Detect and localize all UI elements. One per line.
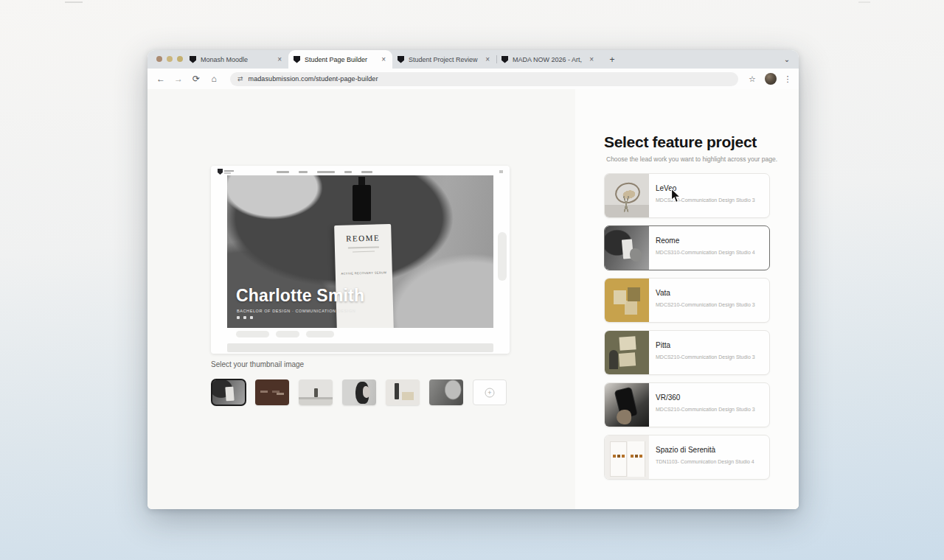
monash-favicon-icon — [294, 56, 300, 63]
project-name: Spazio di Serenità — [656, 446, 754, 454]
thumbnail-strip: + — [212, 379, 507, 405]
browser-toolbar: ← → ⟳ ⌂ ⇄ madasubmission.com/student-pag… — [148, 69, 799, 89]
bottle-cap-body — [353, 185, 371, 221]
thumbnail-option[interactable] — [386, 379, 420, 405]
product-microtext: ACTIVE RECOVERY SERUM — [336, 270, 392, 276]
profile-avatar[interactable] — [765, 73, 777, 85]
mouse-cursor — [670, 188, 681, 204]
project-name: Reome — [656, 237, 755, 245]
hero-image: REOME ACTIVE RECOVERY SERUM Charlotte Sm… — [227, 175, 493, 328]
panel-title: Select feature project — [604, 133, 757, 151]
student-degree-subtitle: BACHELOR OF DESIGN · COMMUNICATION DESIG… — [237, 309, 355, 313]
close-window-button[interactable] — [156, 56, 162, 62]
project-thumbnail — [605, 435, 649, 479]
thumbnail-option[interactable] — [429, 379, 463, 405]
preview-content-bar — [227, 343, 493, 352]
tab-close-icon[interactable]: × — [588, 56, 595, 63]
thumbnail-option[interactable] — [255, 379, 289, 405]
browser-tab[interactable]: Student Project Review × — [392, 50, 496, 69]
browser-tab[interactable]: Monash Moodle × — [184, 50, 288, 69]
project-card[interactable]: Spazio di Serenità TDN1103- Communicatio… — [604, 435, 770, 480]
home-icon[interactable]: ⌂ — [206, 71, 221, 86]
project-card[interactable]: Reome MDCS310-Communication Design Studi… — [604, 225, 770, 270]
browser-tab-bar: Monash Moodle × Student Page Builder × S… — [148, 50, 799, 69]
tab-title: Monash Moodle — [201, 56, 271, 63]
tab-close-icon[interactable]: × — [380, 56, 387, 63]
tab-title: MADA NOW 2026 - Art, Desi — [513, 56, 583, 63]
monash-favicon-icon — [502, 56, 508, 63]
preview-site-nav — [277, 171, 372, 173]
url-text[interactable]: madasubmission.com/student-page-builder — [249, 75, 378, 83]
project-card[interactable]: Vata MDCS210-Communication Design Studio… — [604, 278, 770, 323]
preview-site-logo — [218, 169, 234, 175]
add-thumbnail-button[interactable]: + — [473, 379, 507, 405]
project-name: Vata — [656, 289, 755, 297]
thumbnail-section-label: Select your thumbnail image — [211, 360, 304, 368]
project-course: MDCS310-Communication Design Studio 4 — [656, 250, 755, 255]
forward-icon[interactable]: → — [171, 71, 186, 86]
page-content: REOME ACTIVE RECOVERY SERUM Charlotte Sm… — [148, 89, 799, 509]
tab-title: Student Page Builder — [305, 56, 375, 63]
project-thumbnail — [605, 226, 649, 270]
social-icons — [237, 316, 253, 319]
panel-subtitle: Choose the lead work you want to highlig… — [606, 155, 777, 163]
preview-site-menu-icon — [499, 170, 503, 173]
tab-title: Student Project Review — [409, 56, 479, 63]
project-thumbnail — [605, 331, 649, 374]
background-mark — [65, 1, 83, 3]
desktop-background: Monash Moodle × Student Page Builder × S… — [0, 0, 944, 560]
project-course: MDCS210-Communication Design Studio 3 — [656, 302, 755, 307]
thumbnail-option[interactable] — [212, 379, 246, 405]
project-thumbnail — [605, 383, 649, 427]
project-thumbnail — [605, 279, 649, 322]
zoom-window-button[interactable] — [177, 56, 183, 62]
plus-icon: + — [485, 388, 495, 397]
project-course: TDN1103- Communication Design Studio 4 — [656, 459, 754, 464]
preview-tag-pills — [236, 331, 334, 337]
tab-close-icon[interactable]: × — [276, 56, 283, 63]
thumbnail-option[interactable] — [299, 379, 333, 405]
browser-menu-icon[interactable]: ⋮ — [782, 74, 793, 84]
student-name-title: Charlotte Smith — [236, 286, 364, 306]
preview-scrollbar-thumb[interactable] — [498, 232, 507, 281]
site-settings-icon[interactable]: ⇄ — [237, 75, 243, 83]
address-bar[interactable]: ⇄ madasubmission.com/student-page-builde… — [230, 72, 738, 86]
bookmark-star-icon[interactable]: ☆ — [746, 74, 759, 84]
project-name: Pitta — [656, 341, 755, 349]
project-thumbnail — [605, 174, 649, 217]
tabs-container: Monash Moodle × Student Page Builder × S… — [184, 50, 600, 69]
new-tab-button[interactable]: + — [605, 52, 620, 67]
page-preview-card: REOME ACTIVE RECOVERY SERUM Charlotte Sm… — [211, 166, 510, 354]
thumbnail-option[interactable] — [342, 379, 376, 405]
minimize-window-button[interactable] — [167, 56, 173, 62]
project-card[interactable]: VR/360 MDCS210-Communication Design Stud… — [604, 382, 770, 427]
project-name: VR/360 — [656, 393, 755, 402]
tab-close-icon[interactable]: × — [484, 56, 491, 63]
monash-shield-icon — [218, 169, 223, 175]
project-card[interactable]: Pitta MDCS210-Communication Design Studi… — [604, 330, 770, 375]
window-controls[interactable] — [156, 56, 183, 62]
monash-favicon-icon — [398, 56, 404, 63]
browser-tab[interactable]: Student Page Builder × — [288, 50, 392, 69]
project-course: MDCS210-Communication Design Studio 3 — [656, 354, 755, 360]
reload-icon[interactable]: ⟳ — [189, 71, 204, 86]
tab-search-chevron-icon[interactable]: ⌄ — [781, 53, 793, 65]
preview-site-header — [211, 166, 510, 175]
browser-tab[interactable]: MADA NOW 2026 - Art, Desi × — [496, 50, 600, 69]
product-brand-label: REOME — [334, 233, 391, 243]
project-card[interactable]: LeVeo MDCS210-Communication Design Studi… — [604, 173, 770, 218]
back-icon[interactable]: ← — [153, 71, 168, 86]
monash-favicon-icon — [190, 56, 196, 63]
project-list: LeVeo MDCS210-Communication Design Studi… — [604, 173, 770, 480]
browser-window: Monash Moodle × Student Page Builder × S… — [148, 50, 799, 509]
background-mark — [858, 1, 870, 3]
project-course: MDCS210-Communication Design Studio 3 — [656, 407, 755, 412]
